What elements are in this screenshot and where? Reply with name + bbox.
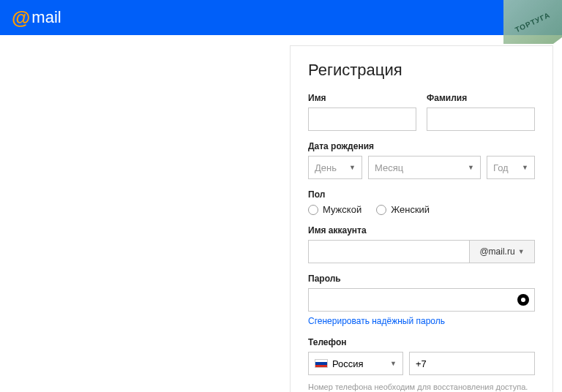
phone-country-select[interactable]: Россия ▼: [308, 352, 403, 375]
radio-icon: [308, 205, 318, 215]
logo-text: mail: [31, 8, 61, 27]
radio-icon: [376, 205, 386, 215]
logo-at-icon: @: [12, 7, 30, 29]
generate-password-link[interactable]: Сгенерировать надёжный пароль: [308, 316, 445, 326]
last-name-input[interactable]: [427, 108, 535, 131]
dob-day-select[interactable]: День▼: [308, 156, 362, 179]
password-label: Пароль: [308, 274, 535, 284]
account-input[interactable]: [308, 240, 469, 263]
chevron-down-icon: ▼: [349, 164, 356, 171]
dob-label: Дата рождения: [308, 141, 535, 151]
first-name-label: Имя: [308, 93, 416, 103]
domain-select[interactable]: @mail.ru▼: [469, 240, 535, 263]
header: @ mail: [0, 0, 562, 35]
flag-russia-icon: [315, 359, 328, 368]
phone-hint: Номер телефона необходим для восстановле…: [308, 381, 535, 392]
registration-panel: Регистрация Имя Фамилия Дата рождения Де…: [290, 45, 553, 392]
chevron-down-icon: ▼: [522, 164, 528, 171]
eye-icon[interactable]: [517, 294, 529, 306]
logo[interactable]: @ mail: [12, 7, 61, 29]
gender-male-radio[interactable]: Мужской: [308, 204, 361, 215]
phone-input[interactable]: [409, 352, 535, 375]
chevron-down-icon: ▼: [468, 164, 474, 171]
gender-female-radio[interactable]: Женский: [376, 204, 430, 215]
phone-label: Телефон: [308, 337, 535, 347]
chevron-down-icon: ▼: [390, 360, 397, 367]
password-input[interactable]: [308, 288, 535, 312]
chevron-down-icon: ▼: [518, 248, 525, 255]
page-title: Регистрация: [308, 61, 535, 80]
last-name-label: Фамилия: [427, 93, 535, 103]
dob-year-select[interactable]: Год▼: [487, 156, 535, 179]
first-name-input[interactable]: [308, 108, 416, 131]
dob-month-select[interactable]: Месяц▼: [368, 156, 481, 179]
gender-label: Пол: [308, 189, 535, 200]
watermark: ТОРТУГА: [503, 0, 562, 44]
account-label: Имя аккаунта: [308, 225, 535, 235]
